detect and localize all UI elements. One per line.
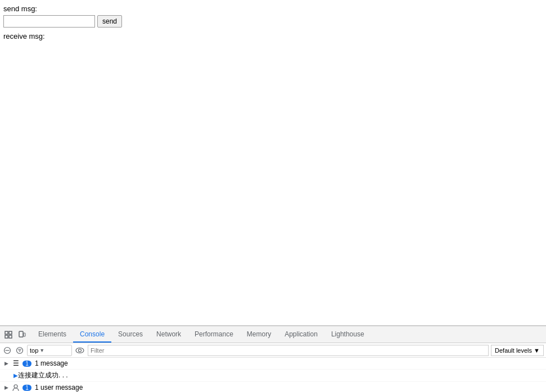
tab-sources[interactable]: Sources [111,326,150,343]
tab-lighthouse[interactable]: Lighthouse [324,326,371,343]
sub-arrow-icon: ▶ [13,372,18,379]
msg2-text: 1 user message [35,384,544,391]
toggle-arrow-2[interactable]: ▶ [2,384,10,391]
send-button[interactable]: send [97,15,122,28]
svg-rect-3 [9,335,12,338]
context-select[interactable]: top ▼ [27,345,72,356]
receive-label: receive msg: [3,32,543,40]
eye-icon[interactable] [74,345,85,356]
tab-memory[interactable]: Memory [240,326,278,343]
msg2-count: 1 [22,385,31,391]
tab-application[interactable]: Application [278,326,324,343]
svg-point-14 [14,385,17,388]
console-sub-row-1[interactable]: ▶ 连接建立成功. . . [0,370,546,382]
svg-point-13 [79,349,82,352]
tab-elements[interactable]: Elements [31,326,73,343]
devtools-tabbar: Elements Console Sources Network Perform… [0,326,546,343]
tab-console[interactable]: Console [73,326,111,343]
send-row: send [3,15,543,28]
devtools-panel: Elements Console Sources Network Perform… [0,326,546,392]
msg1-content: 连接建立成功. . . [18,371,544,380]
svg-rect-4 [19,331,23,337]
clear-console-icon[interactable] [2,345,12,355]
svg-point-12 [76,348,84,353]
tab-performance[interactable]: Performance [188,326,240,343]
console-row-2[interactable]: ▶ 1 1 user message [0,382,546,392]
filter-input[interactable] [88,345,489,356]
svg-rect-0 [5,331,8,334]
user-icon [11,383,20,392]
console-messages: ▶ ☰ 1 1 message ▶ 连接建立成功. . . ▶ 1 1 user… [0,358,546,392]
send-label: send msg: [3,4,543,13]
context-arrow-icon: ▼ [39,348,44,353]
console-row-1[interactable]: ▶ ☰ 1 1 message [0,358,546,370]
inspect-icon[interactable] [2,329,15,341]
context-value: top [30,347,38,354]
svg-rect-1 [9,331,12,334]
svg-rect-2 [5,335,8,338]
svg-rect-5 [24,333,25,336]
toggle-arrow-1[interactable]: ▶ [2,359,10,367]
send-input[interactable] [3,15,95,28]
msg1-text: 1 message [35,359,544,367]
list-icon: ☰ [11,359,20,368]
page-content: send msg: send receive msg: [0,0,546,326]
console-toolbar: top ▼ Default levels ▼ [0,343,546,358]
default-levels-dropdown[interactable]: Default levels ▼ [491,345,544,356]
device-icon[interactable] [16,329,28,341]
msg1-count: 1 [22,361,31,367]
filter-icon[interactable] [15,345,25,355]
tab-list: Elements Console Sources Network Perform… [31,326,371,343]
tab-network[interactable]: Network [150,326,188,343]
